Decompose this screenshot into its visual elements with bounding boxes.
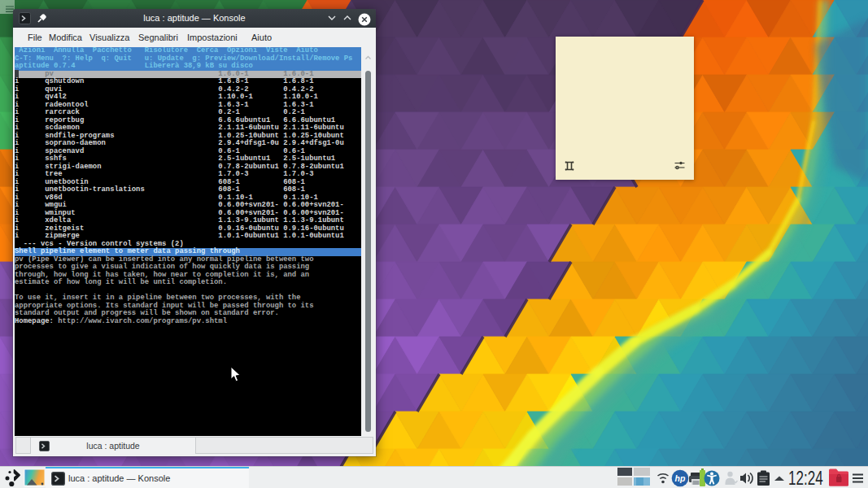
svg-text:hp: hp xyxy=(675,473,686,483)
